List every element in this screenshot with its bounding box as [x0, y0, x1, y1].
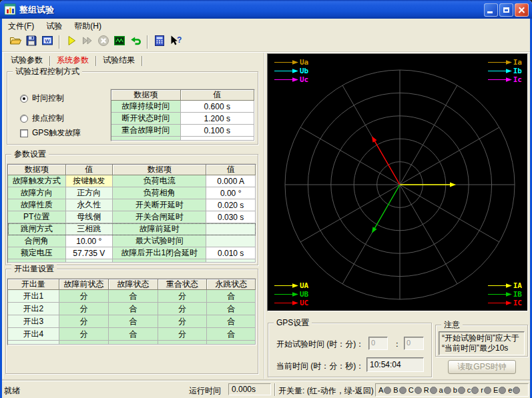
window-title: 整组试验: [19, 4, 54, 16]
indicator-label: E: [493, 386, 498, 394]
switch-indicators: ABCRabcrEe: [375, 383, 529, 397]
value-cell[interactable]: 0.020 s: [206, 199, 256, 211]
toolbar-waveform-display-button[interactable]: [111, 34, 127, 50]
legend-label: Ia: [513, 59, 522, 66]
state-cell[interactable]: 分: [59, 290, 109, 303]
switch-indicator-a: a: [439, 386, 451, 394]
toolbar-fast-forward-button[interactable]: [79, 34, 95, 50]
toolbar-calculator-button[interactable]: [152, 34, 168, 50]
item-cell: 跳闸方式: [8, 223, 66, 235]
open-folder-icon: [9, 34, 22, 50]
start-minute-input[interactable]: 0: [404, 337, 424, 350]
value-cell[interactable]: 0.000 A: [206, 175, 256, 187]
toolbar-save-button[interactable]: [23, 34, 39, 50]
maximize-button[interactable]: [499, 3, 513, 17]
toolbar-undo-button[interactable]: [127, 34, 144, 50]
option-接点控制[interactable]: 接点控制: [20, 113, 64, 124]
column-header: 值: [181, 90, 254, 101]
minimize-button[interactable]: [484, 3, 498, 17]
value-cell[interactable]: 按键触发: [66, 175, 113, 187]
value-cell[interactable]: 母线侧: [66, 211, 113, 223]
table-row: 开出2分合分合: [8, 303, 256, 315]
close-button[interactable]: [515, 3, 529, 17]
state-cell[interactable]: 分: [59, 328, 109, 341]
option-label: 时间控制: [32, 93, 64, 104]
option-时间控制[interactable]: 时间控制: [20, 93, 64, 104]
state-cell[interactable]: 合: [109, 328, 158, 341]
value-cell[interactable]: 0.00 °: [206, 187, 256, 199]
state-cell[interactable]: 合: [207, 328, 256, 341]
toolbar-stop-button[interactable]: [95, 34, 111, 50]
table-header-row: 数据项值: [111, 90, 254, 101]
value-cell[interactable]: 三相跳: [66, 223, 113, 235]
radio-control[interactable]: [20, 95, 28, 103]
value-cell[interactable]: 57.735 V: [66, 247, 113, 259]
status-bar: 就绪 运行时间 0.000s 开关量: (红-动作，绿-返回) ABCRabcr…: [0, 381, 532, 398]
state-cell[interactable]: 分: [59, 303, 109, 315]
checkbox-control[interactable]: [20, 129, 28, 137]
toolbar-help-pointer-button[interactable]: ?: [168, 34, 184, 50]
indicator-circle: [399, 387, 407, 394]
value-cell[interactable]: 0.100 s: [181, 125, 254, 137]
state-cell[interactable]: 合: [109, 315, 158, 328]
start-hour-input[interactable]: 0: [368, 337, 388, 350]
state-cell[interactable]: 分: [158, 303, 208, 315]
value-cell[interactable]: 永久性: [66, 199, 113, 211]
legend-voltage-set2: UAUBUC: [274, 281, 308, 307]
toolbar-run-button[interactable]: [63, 34, 79, 50]
column-header: 值: [66, 165, 113, 175]
state-cell[interactable]: 合: [207, 315, 256, 328]
tab-3[interactable]: 试验结果: [97, 53, 141, 68]
note-text: “开始试验时间”应大于 “当前时间”最少10s: [439, 331, 525, 355]
indicator-label: b: [453, 386, 457, 394]
indicator-label: B: [393, 386, 398, 394]
value-cell[interactable]: 正方向: [66, 187, 113, 199]
toolbar-open-folder-button[interactable]: [7, 34, 23, 50]
indicator-label: A: [378, 386, 383, 394]
state-cell[interactable]: 分: [59, 315, 109, 328]
legend-arrow-icon: [488, 73, 512, 85]
start-time-label: 开始试验时间 (时：分)：: [276, 339, 364, 350]
table-header-row: 数据项值数据项值: [8, 165, 256, 175]
read-gps-clock-button[interactable]: 读取GPS时钟: [448, 360, 516, 374]
value-cell[interactable]: 1.200 s: [181, 113, 254, 125]
toolbar-export-word-button[interactable]: W: [39, 34, 55, 50]
item-cell: 故障性质: [8, 199, 66, 211]
tab-2[interactable]: 系统参数: [51, 53, 95, 68]
item-cell: 负荷相角: [113, 187, 206, 199]
indicator-circle: [513, 387, 520, 394]
tab-1[interactable]: 试验参数: [5, 53, 49, 68]
menu-item-2[interactable]: 试验: [40, 19, 68, 33]
state-cell[interactable]: 合: [207, 303, 256, 315]
radio-control[interactable]: [20, 115, 28, 123]
switch-indicator-b: b: [453, 386, 465, 394]
table-row: 开出4分合分合: [8, 328, 256, 341]
value-cell[interactable]: [206, 235, 256, 247]
state-cell[interactable]: 分: [158, 328, 208, 341]
menu-item-1[interactable]: 文件(F): [2, 19, 40, 33]
legend-voltage-set1: UaUbUc: [274, 58, 308, 83]
state-cell[interactable]: 合: [109, 290, 158, 303]
app-window: 整组试验 文件(F)试验帮助(H) W? 试验参数系统参数试验结果 试验过程控制…: [0, 0, 532, 398]
menu-item-3[interactable]: 帮助(H): [68, 19, 107, 33]
state-cell[interactable]: 分: [158, 290, 208, 303]
state-cell[interactable]: 分: [158, 315, 208, 328]
value-cell[interactable]: 0.030 s: [206, 211, 256, 223]
item-cell: PT位置: [8, 211, 66, 223]
filler-cell: [207, 341, 256, 345]
item-cell: 开关断开延时: [113, 199, 206, 211]
value-cell[interactable]: 0.600 s: [181, 101, 254, 113]
toolbar-separator: [59, 35, 60, 49]
value-cell[interactable]: 10.00 °: [66, 235, 113, 247]
indicator-label: c: [467, 386, 471, 394]
item-cell: 断开状态时间: [111, 113, 181, 125]
export-word-icon: W: [41, 34, 54, 50]
item-cell: 负荷电流: [113, 175, 206, 187]
option-GPS触发故障[interactable]: GPS触发故障: [20, 127, 81, 139]
state-cell[interactable]: 合: [109, 303, 158, 315]
app-icon: [4, 3, 16, 15]
value-cell[interactable]: 0.010 s: [206, 247, 256, 259]
state-cell[interactable]: 合: [207, 290, 256, 303]
table-row: PT位置母线侧开关合闸延时0.030 s: [8, 211, 256, 223]
value-cell[interactable]: [206, 223, 256, 235]
